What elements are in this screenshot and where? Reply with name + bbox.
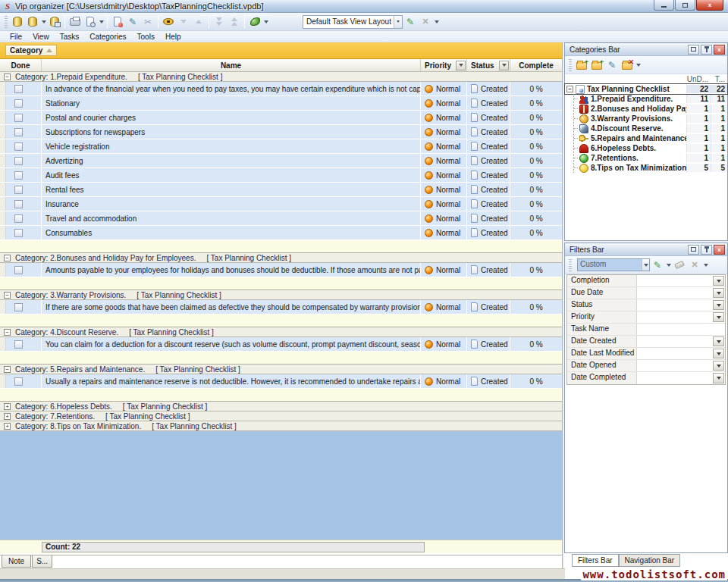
delete-filter-button[interactable]: ✕ bbox=[687, 258, 702, 273]
panel-pin-button[interactable] bbox=[701, 245, 712, 255]
task-checkbox[interactable] bbox=[14, 303, 23, 311]
task-checkbox[interactable] bbox=[14, 157, 23, 165]
category-root-label[interactable]: Tax Planning Checklist bbox=[587, 85, 686, 93]
layout-options-dropdown[interactable] bbox=[433, 14, 440, 30]
open-database-button[interactable] bbox=[25, 14, 40, 30]
task-name[interactable]: Vehicle registration bbox=[42, 139, 421, 153]
toolbar-grip[interactable] bbox=[569, 259, 572, 271]
status-cell[interactable]: Created bbox=[467, 226, 510, 239]
task-checkbox[interactable] bbox=[14, 142, 23, 151]
task-row[interactable]: Amounts payable to your employees for ho… bbox=[0, 263, 562, 277]
priority-cell[interactable]: Normal bbox=[421, 111, 467, 124]
priority-cell[interactable]: Normal bbox=[421, 300, 467, 314]
task-checkbox[interactable] bbox=[14, 99, 23, 108]
edit-task-button[interactable]: ✎ bbox=[125, 14, 140, 30]
status-cell[interactable]: Created bbox=[467, 168, 510, 182]
move-up-button[interactable] bbox=[191, 14, 206, 30]
category-label[interactable]: 8.Tips on Tax Minimization. bbox=[591, 164, 686, 172]
task-name[interactable]: Consumables bbox=[42, 226, 421, 239]
group-header[interactable]: + Category: 6.Hopeless Debts. [ Tax Plan… bbox=[0, 402, 562, 411]
task-name[interactable]: Subscriptions for newspapers bbox=[42, 125, 421, 139]
new-task-button[interactable] bbox=[110, 14, 125, 30]
priority-cell[interactable]: Normal bbox=[421, 226, 467, 239]
priority-cell[interactable]: Normal bbox=[421, 374, 467, 388]
filter-dropdown-button[interactable] bbox=[713, 288, 724, 298]
group-header[interactable]: − Category: 4.Discount Reserve. [ Tax Pl… bbox=[0, 327, 562, 337]
column-header-done[interactable]: Done bbox=[0, 59, 42, 71]
group-header[interactable]: + Category: 7.Retentions. [ Tax Planning… bbox=[0, 411, 562, 421]
priority-cell[interactable]: Normal bbox=[421, 197, 467, 211]
task-checkbox[interactable] bbox=[14, 128, 23, 136]
toolbar-grip[interactable] bbox=[5, 16, 8, 28]
task-row[interactable]: Vehicle registration Normal Created 0 % bbox=[0, 139, 562, 154]
task-checkbox[interactable] bbox=[14, 200, 23, 208]
panel-restore-button[interactable] bbox=[688, 245, 699, 255]
task-name[interactable]: Amounts payable to your employees for ho… bbox=[42, 263, 421, 277]
dock-tab-filters-bar[interactable]: Filters Bar bbox=[572, 554, 619, 567]
filter-value-field[interactable] bbox=[637, 360, 712, 371]
category-tree-item[interactable]: 3.Warranty Provisions. 1 1 bbox=[574, 114, 727, 124]
categories-more-dropdown[interactable] bbox=[635, 58, 642, 73]
task-name[interactable]: Travel and accommodation bbox=[42, 211, 421, 225]
task-checkbox[interactable] bbox=[14, 171, 23, 180]
clear-filter-button[interactable] bbox=[672, 258, 687, 273]
filter-value-field[interactable] bbox=[637, 299, 712, 311]
task-row[interactable]: Consumables Normal Created 0 % bbox=[0, 226, 562, 240]
group-expand-icon[interactable]: + bbox=[4, 413, 11, 420]
category-tree-item[interactable]: 7.Retentions. 1 1 bbox=[574, 153, 727, 163]
move-bottom-button[interactable] bbox=[212, 14, 227, 30]
panel-pin-button[interactable] bbox=[701, 45, 712, 55]
priority-cell[interactable]: Normal bbox=[421, 96, 467, 110]
task-checkbox[interactable] bbox=[14, 340, 23, 349]
task-name[interactable]: Rental fees bbox=[42, 183, 421, 196]
view-task-button[interactable] bbox=[161, 14, 176, 30]
menu-tasks[interactable]: Tasks bbox=[55, 31, 85, 42]
delete-layout-button[interactable]: ✕ bbox=[418, 14, 433, 30]
priority-cell[interactable]: Normal bbox=[421, 211, 467, 225]
task-row[interactable]: Rental fees Normal Created 0 % bbox=[0, 183, 562, 197]
category-tree-item[interactable]: 5.Repairs and Maintenance. 1 1 bbox=[574, 133, 727, 143]
print-button[interactable] bbox=[67, 14, 83, 30]
move-top-button[interactable] bbox=[227, 14, 242, 30]
task-row[interactable]: If there are some goods that have been c… bbox=[0, 300, 562, 314]
layout-combo[interactable]: Default Task View Layout bbox=[303, 15, 403, 29]
priority-cell[interactable]: Normal bbox=[421, 263, 467, 277]
task-checkbox[interactable] bbox=[14, 214, 23, 223]
group-expand-icon[interactable]: − bbox=[4, 255, 11, 261]
category-tree-item[interactable]: 2.Bonuses and Holiday Pay 1 1 bbox=[574, 104, 727, 114]
delete-category-button[interactable]: ✕ bbox=[620, 58, 635, 73]
group-header[interactable]: − Category: 1.Prepaid Expenditure. [ Tax… bbox=[0, 72, 562, 82]
dock-tab-navigation-bar[interactable]: Navigation Bar bbox=[619, 554, 681, 567]
filter-value-field[interactable] bbox=[637, 372, 712, 384]
task-row[interactable]: Travel and accommodation Normal Created … bbox=[0, 211, 562, 226]
status-cell[interactable]: Created bbox=[467, 82, 510, 95]
menu-help[interactable]: Help bbox=[160, 31, 187, 42]
priority-cell[interactable]: Normal bbox=[421, 183, 467, 196]
category-label[interactable]: 2.Bonuses and Holiday Pay bbox=[591, 105, 686, 113]
task-checkbox[interactable] bbox=[14, 229, 23, 237]
task-name[interactable]: You can claim for a deduction for a disc… bbox=[42, 337, 421, 351]
filter-dropdown-button[interactable] bbox=[713, 276, 724, 286]
category-tree-item[interactable]: 4.Discount Reserve. 1 1 bbox=[574, 124, 727, 133]
task-checkbox[interactable] bbox=[14, 85, 23, 93]
filter-value-field[interactable] bbox=[637, 324, 725, 335]
task-row[interactable]: Audit fees Normal Created 0 % bbox=[0, 168, 562, 183]
tree-expand-icon[interactable]: − bbox=[566, 86, 573, 92]
panel-restore-button[interactable] bbox=[688, 45, 699, 55]
status-cell[interactable]: Created bbox=[467, 96, 510, 110]
save-filter-dropdown[interactable] bbox=[665, 258, 672, 273]
group-expand-icon[interactable]: + bbox=[4, 403, 11, 410]
column-header-name[interactable]: Name bbox=[42, 59, 421, 71]
task-checkbox[interactable] bbox=[14, 114, 23, 122]
menu-tools[interactable]: Tools bbox=[132, 31, 160, 42]
filter-preset-combo[interactable]: Custom bbox=[577, 258, 650, 271]
status-cell[interactable]: Created bbox=[467, 125, 510, 139]
tree-header-total[interactable]: T... bbox=[711, 75, 727, 83]
category-label[interactable]: 3.Warranty Provisions. bbox=[591, 114, 686, 123]
task-name[interactable]: Insurance bbox=[42, 197, 421, 211]
move-down-button[interactable] bbox=[176, 14, 191, 30]
filter-preset-dropdown[interactable] bbox=[642, 259, 649, 271]
status-cell[interactable]: Created bbox=[467, 337, 510, 351]
maximize-button[interactable] bbox=[675, 0, 695, 11]
group-expand-icon[interactable]: − bbox=[4, 329, 11, 336]
